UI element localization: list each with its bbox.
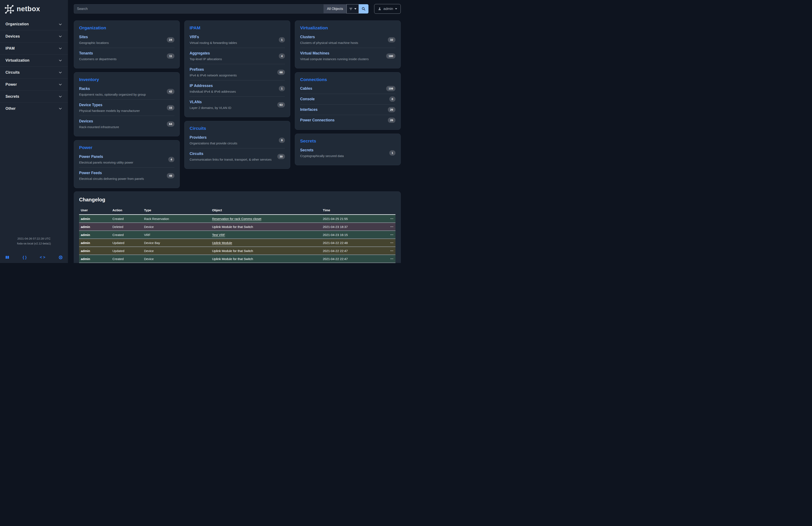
ellipsis-icon[interactable]: ⋯: [390, 225, 394, 228]
chevron-down-icon: [58, 22, 62, 26]
search-bar: All Objects: [74, 4, 368, 14]
link-device-types[interactable]: Device Types: [79, 103, 102, 107]
link-ip-addresses[interactable]: IP Addresses: [190, 84, 213, 88]
sidebar-item-other[interactable]: Other: [0, 102, 68, 114]
sidebar-item-power[interactable]: Power: [0, 78, 68, 90]
link-virtual-machines[interactable]: Virtual Machines: [300, 51, 330, 55]
count-badge-vlans[interactable]: 63: [277, 102, 285, 108]
search-button[interactable]: [359, 4, 368, 14]
cell-row-menu: ⋯: [380, 223, 395, 231]
link-console[interactable]: Console: [300, 97, 315, 101]
card-title: Organization: [79, 25, 174, 30]
card-items: Cables 108 Console 0 Interfaces 26 Power…: [300, 83, 395, 125]
count-badge-vrfs[interactable]: 1: [279, 37, 285, 42]
cell-user: admin: [79, 255, 111, 263]
card-items: Racks Equipment racks, optionally organi…: [79, 83, 174, 132]
count-badge-console[interactable]: 0: [389, 97, 395, 102]
count-badge-tenants[interactable]: 11: [167, 53, 174, 59]
braces-icon[interactable]: { }: [23, 255, 27, 260]
link-sites[interactable]: Sites: [79, 35, 88, 39]
link-aggregates[interactable]: Aggregates: [190, 51, 210, 55]
cell-type: Device Bay: [142, 239, 211, 247]
ellipsis-icon[interactable]: ⋯: [390, 217, 394, 221]
count-badge-virtual-machines[interactable]: 180: [386, 53, 395, 59]
sidebar-item-secrets[interactable]: Secrets: [0, 90, 68, 102]
link-power-connections[interactable]: Power Connections: [300, 118, 334, 122]
link-cables[interactable]: Cables: [300, 86, 312, 90]
count-badge-sites[interactable]: 24: [167, 37, 174, 42]
card-item-devices: Devices Rack-mounted infrastructure 64: [79, 116, 174, 132]
card-item-power-connections: Power Connections 26: [300, 115, 395, 125]
link-circuits[interactable]: Circuits: [190, 152, 203, 156]
cell-type: Device: [142, 255, 211, 263]
column-header-type: Type: [142, 206, 211, 215]
card-power: Power Power Panels Electrical panels rec…: [74, 140, 180, 188]
count-badge-prefixes[interactable]: 68: [277, 70, 285, 75]
count-badge-cables[interactable]: 108: [386, 86, 395, 91]
item-description: Individual IPv4 & IPv6 addresses: [190, 90, 236, 93]
link-interfaces[interactable]: Interfaces: [300, 108, 318, 112]
sidebar-item-virtualization[interactable]: Virtualization: [0, 54, 68, 66]
sidebar-item-ipam[interactable]: IPAM: [0, 42, 68, 54]
count-badge-devices[interactable]: 64: [167, 122, 174, 127]
changelog-row: admin Created VRF Test VRF 2021-04-23 16…: [79, 231, 395, 239]
card-item-sites: Sites Geographic locations 24: [79, 32, 174, 48]
ellipsis-icon[interactable]: ⋯: [390, 233, 394, 237]
link-vrfs[interactable]: VRFs: [190, 35, 199, 39]
cell-user: admin: [79, 223, 111, 231]
topbar: All Objects admin: [74, 4, 401, 14]
ellipsis-icon[interactable]: ⋯: [390, 241, 394, 244]
sidebar-item-devices[interactable]: Devices: [0, 30, 68, 42]
item-description: Organizations that provide circuits: [190, 141, 237, 145]
sidebar-item-circuits[interactable]: Circuits: [0, 66, 68, 78]
link-devices[interactable]: Devices: [79, 119, 93, 123]
link-providers[interactable]: Providers: [190, 135, 207, 140]
count-badge-aggregates[interactable]: 4: [279, 53, 285, 59]
book-icon[interactable]: [5, 255, 10, 260]
object-link[interactable]: Uplink Module: [212, 241, 232, 245]
link-power-feeds[interactable]: Power Feeds: [79, 171, 102, 175]
count-badge-secrets[interactable]: 1: [389, 150, 395, 156]
search-input[interactable]: [74, 4, 323, 14]
count-badge-power-feeds[interactable]: 48: [167, 173, 174, 179]
count-badge-providers[interactable]: 9: [279, 138, 285, 143]
card-items: Clusters Clusters of physical virtual ma…: [300, 32, 395, 64]
dashboard-column-3: Virtualization Clusters Clusters of phys…: [295, 20, 401, 188]
link-power-panels[interactable]: Power Panels: [79, 155, 103, 159]
sidebar-item-label: Power: [5, 82, 17, 87]
filter-dropdown-button[interactable]: [347, 4, 359, 14]
count-badge-interfaces[interactable]: 26: [388, 107, 395, 112]
link-prefixes[interactable]: Prefixes: [190, 67, 204, 72]
card-title: Connections: [300, 77, 395, 82]
object-link[interactable]: Test VRF: [212, 233, 225, 237]
count-badge-circuits[interactable]: 30: [277, 154, 285, 159]
lifebuoy-icon[interactable]: [58, 255, 63, 260]
link-racks[interactable]: Racks: [79, 87, 90, 91]
card-title: Virtualization: [300, 25, 395, 30]
card-items: Providers Organizations that provide cir…: [190, 132, 285, 165]
cell-object: Uplink Module for that Switch: [211, 223, 321, 231]
ellipsis-icon[interactable]: ⋯: [390, 249, 394, 253]
code-icon[interactable]: < >: [40, 255, 45, 260]
count-badge-device-types[interactable]: 15: [167, 105, 174, 110]
dashboard-column-2: IPAM VRFs Virtual routing & forwarding t…: [184, 20, 290, 188]
cell-user: admin: [79, 239, 111, 247]
count-badge-power-panels[interactable]: 4: [168, 157, 174, 162]
count-badge-clusters[interactable]: 32: [388, 37, 395, 42]
ellipsis-icon[interactable]: ⋯: [390, 257, 394, 260]
link-secrets[interactable]: Secrets: [300, 148, 314, 152]
item-description: IPv4 & IPv6 network assignments: [190, 73, 237, 77]
item-description: Equipment racks, optionally organized by…: [79, 93, 146, 96]
link-tenants[interactable]: Tenants: [79, 51, 93, 55]
user-menu-button[interactable]: admin: [374, 4, 401, 14]
sidebar-item-organization[interactable]: Organization: [0, 18, 68, 30]
cell-row-menu: ⋯: [380, 255, 395, 263]
link-clusters[interactable]: Clusters: [300, 35, 315, 39]
count-badge-ip-addresses[interactable]: 1: [279, 86, 285, 91]
count-badge-racks[interactable]: 42: [167, 89, 174, 94]
card-item-providers: Providers Organizations that provide cir…: [190, 132, 285, 148]
netbox-logo[interactable]: netbox: [0, 0, 68, 18]
count-badge-power-connections[interactable]: 26: [388, 117, 395, 123]
link-vlans[interactable]: VLANs: [190, 100, 202, 104]
object-link[interactable]: Reservation for rack Comms closet: [212, 217, 261, 221]
